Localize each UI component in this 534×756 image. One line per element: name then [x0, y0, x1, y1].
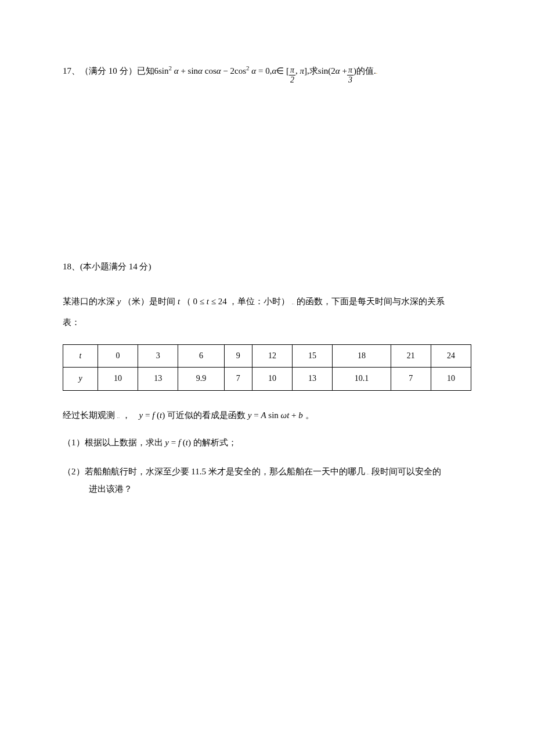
p18-desc-1: 某港口的水深: [63, 297, 117, 306]
p18-t: t: [178, 297, 180, 306]
table-cell: 3: [138, 345, 178, 368]
table-cell: 9: [224, 345, 252, 368]
p17-frac-pi-2: π 2: [289, 66, 295, 84]
table-cell: 12: [252, 345, 292, 368]
problem-18: 18、(本小题满分 14 分) 某港口的水深 y （米）是时间 t （ 0 ≤ …: [63, 260, 471, 498]
p18-asinwt: y = A sin ωt + b: [248, 411, 303, 420]
p18-yft: y = f (t): [139, 411, 165, 420]
p18-period: 。: [305, 411, 314, 420]
p18-range: 0 ≤ t ≤ 24: [193, 297, 227, 306]
p18-q1-prefix: （1）根据以上数据，求出: [63, 438, 165, 447]
table-cell: 7: [224, 368, 252, 390]
p18-desc-6: 表：: [63, 318, 80, 327]
p18-title: 18、(本小题满分 14 分): [63, 260, 471, 273]
annotation-underline: [292, 296, 294, 304]
table-header-t: t: [63, 345, 98, 368]
table-row-y: y 10 13 9.9 7 10 13 10.1 7 10: [63, 368, 471, 390]
frac-num: π: [347, 66, 353, 75]
p18-q1-eq: y = f (t): [165, 438, 191, 447]
p18-q1-suffix: 的解析式；: [193, 438, 237, 447]
table-cell: 10: [252, 368, 292, 390]
frac-den: 3: [347, 75, 353, 84]
p18-desc-5: 的函数，下面是每天时间与水深的关系: [297, 297, 445, 306]
table-cell: 10.1: [333, 368, 391, 390]
p18-observe: 经过长期观测 ， y = f (t) 可近似的看成是函数 y = A sin ω…: [63, 408, 471, 422]
p18-description: 某港口的水深 y （米）是时间 t （ 0 ≤ t ≤ 24 ，单位：小时） 的…: [63, 291, 471, 333]
data-table: t 0 3 6 9 12 15 18 21 24 y 10 13 9.9 7 1…: [63, 344, 471, 391]
p17-dezhi: 的值.: [356, 64, 376, 78]
table-cell: 15: [292, 345, 332, 368]
p17-in: ∈ [: [276, 64, 289, 78]
frac-num: π: [289, 66, 295, 75]
annotation-dot: .: [376, 67, 378, 77]
annotation-underline: [367, 466, 369, 474]
p17-qiu: 求: [309, 64, 318, 78]
p17-prefix: 17、（满分 10 分）已知: [63, 64, 154, 78]
p18-q2-prefix: （2）若船舶航行时，水深至少要 11.5 米才是安全的，那么船舶在一天中的哪几: [63, 467, 365, 476]
table-cell: 7: [391, 368, 431, 390]
p17-domain: α: [272, 64, 276, 78]
problem-17-statement: 17、（满分 10 分）已知 6sin2 α + sinα cosα − 2co…: [63, 64, 471, 85]
p17-sin-open: sin(2α +: [318, 64, 347, 78]
table-cell: 6: [178, 345, 225, 368]
p18-q2-mid: 段时间可以安全的: [371, 467, 441, 476]
p18-comma: ，: [122, 411, 131, 420]
p18-desc-3: （: [182, 297, 191, 306]
table-cell: 21: [391, 345, 431, 368]
table-cell: 13: [292, 368, 332, 390]
table-cell: 9.9: [178, 368, 225, 390]
p18-observe-txt: 经过长期观测: [63, 411, 115, 420]
p18-desc-2: （米）是时间: [123, 297, 175, 306]
p17-frac-pi-3: π 3: [347, 66, 353, 84]
table-cell: 10: [98, 368, 138, 390]
p17-equation: 6sin2 α + sinα cosα − 2cos2 α = 0,: [154, 64, 272, 78]
table-cell: 13: [138, 368, 178, 390]
table-cell: 10: [431, 368, 471, 390]
p18-desc-4: ，单位：小时）: [229, 297, 290, 306]
p17-comma-pi: , π],: [295, 64, 309, 78]
table-cell: 18: [333, 345, 391, 368]
table-cell: 0: [98, 345, 138, 368]
annotation-underline: [117, 409, 120, 418]
frac-den: 2: [289, 75, 295, 84]
p18-q1: （1）根据以上数据，求出 y = f (t) 的解析式；: [63, 434, 471, 451]
problem-17: 17、（满分 10 分）已知 6sin2 α + sinα cosα − 2co…: [63, 64, 471, 85]
p18-approx: 可近似的看成是函数: [167, 411, 248, 420]
p18-q2: （2）若船舶航行时，水深至少要 11.5 米才是安全的，那么船舶在一天中的哪几 …: [63, 463, 471, 498]
p18-y: y: [117, 297, 121, 306]
table-row-t: t 0 3 6 9 12 15 18 21 24: [63, 345, 471, 368]
table-cell: 24: [431, 345, 471, 368]
p18-q2-line2: 进出该港？: [63, 480, 471, 498]
table-header-y: y: [63, 368, 98, 390]
